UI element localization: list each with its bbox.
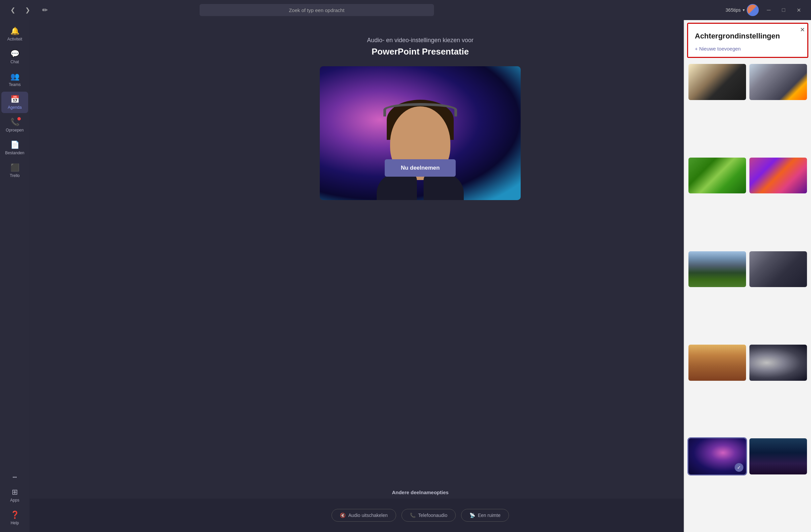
sidebar-item-apps[interactable]: ⊞ Apps	[1, 485, 28, 506]
bg-option-classroom[interactable]	[688, 64, 746, 100]
account-badge[interactable]: 365tips ▾	[725, 4, 759, 16]
shoulder-right	[424, 173, 464, 200]
audio-off-button[interactable]: 🔇 Audio uitschakelen	[332, 509, 396, 522]
minimize-button[interactable]: ─	[763, 5, 774, 15]
phone-audio-button[interactable]: 📞 Telefoonaudio	[401, 509, 456, 522]
close-button[interactable]: ✕	[793, 5, 804, 15]
video-background	[320, 66, 521, 200]
shoulder-left	[377, 173, 417, 200]
sidebar-label-help: Help	[11, 521, 19, 525]
bg-option-planet[interactable]	[749, 438, 807, 474]
main-layout: 🔔 Activiteit 💬 Chat 👥 Teams 📅 Agenda 📞 O…	[0, 20, 811, 532]
room-label: Een ruimte	[478, 513, 501, 518]
compose-icon[interactable]: ✏	[39, 4, 51, 16]
content-area: Audio- en video-instellingen kiezen voor…	[29, 20, 811, 532]
sidebar-label-oproepen: Oproepen	[6, 128, 24, 132]
apps-icon: ⊞	[12, 488, 18, 497]
sidebar-item-bestanden[interactable]: 📄 Bestanden	[1, 137, 28, 159]
sidebar-label-activiteit: Activiteit	[7, 37, 22, 42]
bg-option-space[interactable]	[749, 345, 807, 381]
audio-off-label: Audio uitschakelen	[348, 513, 388, 518]
background-grid: ✓	[685, 61, 811, 532]
nav-buttons: ❮ ❯	[7, 4, 33, 16]
help-icon: ❓	[10, 511, 19, 519]
forward-button[interactable]: ❯	[21, 4, 33, 16]
room-icon: 📡	[470, 513, 475, 518]
phone-audio-icon: 📞	[410, 513, 415, 518]
notification-dot	[17, 117, 21, 121]
mute-icon: 🔇	[340, 513, 346, 518]
bg-option-minecraft2[interactable]	[749, 158, 807, 194]
sidebar-label-teams: Teams	[9, 82, 20, 87]
back-button[interactable]: ❮	[7, 4, 19, 16]
teams-icon: 👥	[10, 72, 19, 81]
add-icon: + Nieuwe toevoegen	[695, 46, 741, 51]
panel-header: Achtergrondinstellingen ✕ + Nieuwe toevo…	[687, 23, 808, 58]
other-options-label: Andere deelnameopties	[392, 489, 448, 495]
titlebar-right: 365tips ▾ ─ □ ✕	[725, 4, 804, 16]
sidebar-item-chat[interactable]: 💬 Chat	[1, 46, 28, 67]
titlebar: ❮ ❯ ✏ Zoek of typ een opdracht 365tips ▾…	[0, 0, 811, 20]
bg-option-minecraft1[interactable]	[688, 158, 746, 194]
room-button[interactable]: 📡 Een ruimte	[461, 509, 509, 522]
phone-icon: 📞	[10, 118, 19, 126]
sidebar-item-agenda[interactable]: 📅 Agenda	[1, 92, 28, 113]
meeting-title: PowerPoint Presentatie	[367, 47, 473, 57]
sidebar-item-oproepen[interactable]: 📞 Oproepen	[1, 114, 28, 136]
maximize-button[interactable]: □	[779, 5, 789, 15]
sidebar-label-agenda: Agenda	[8, 105, 21, 110]
search-placeholder: Zoek of typ een opdracht	[289, 7, 345, 13]
panel-close-button[interactable]: ✕	[800, 26, 805, 33]
add-new-button[interactable]: + Nieuwe toevoegen	[695, 46, 801, 51]
bell-icon: 🔔	[10, 27, 19, 35]
files-icon: 📄	[10, 141, 19, 149]
sidebar-item-teams[interactable]: 👥 Teams	[1, 69, 28, 90]
sidebar-bottom: ••• ⊞ Apps ❓ Help	[1, 472, 28, 529]
chevron-down-icon: ▾	[743, 8, 745, 12]
sidebar-label-bestanden: Bestanden	[5, 151, 24, 155]
background-settings-panel: Achtergrondinstellingen ✕ + Nieuwe toevo…	[684, 20, 811, 532]
person-preview	[377, 100, 464, 200]
calendar-icon: 📅	[10, 95, 19, 104]
trello-icon: ⬛	[10, 163, 19, 172]
more-icon: •••	[13, 475, 17, 480]
sidebar-label-apps: Apps	[10, 498, 19, 503]
sidebar-item-help[interactable]: ❓ Help	[1, 507, 28, 529]
join-button-overlay: Nu deelnemen	[385, 159, 456, 177]
search-bar[interactable]: Zoek of typ een opdracht	[200, 4, 434, 16]
meeting-title-area: Audio- en video-instellingen kiezen voor…	[367, 37, 473, 57]
join-button[interactable]: Nu deelnemen	[385, 159, 456, 177]
bg-option-galaxy[interactable]: ✓	[688, 438, 746, 474]
video-preview: Nu deelnemen	[320, 66, 521, 200]
bg-option-scifi[interactable]	[749, 251, 807, 287]
bg-option-office[interactable]	[749, 64, 807, 100]
sidebar-item-trello[interactable]: ⬛ Trello	[1, 160, 28, 181]
bg-option-archway[interactable]	[688, 345, 746, 381]
sidebar-label-trello: Trello	[10, 173, 20, 178]
sidebar: 🔔 Activiteit 💬 Chat 👥 Teams 📅 Agenda 📞 O…	[0, 20, 29, 532]
bg-option-mountains[interactable]	[688, 251, 746, 287]
chat-icon: 💬	[10, 49, 19, 58]
options-row: 🔇 Audio uitschakelen 📞 Telefoonaudio 📡 E…	[332, 509, 509, 522]
account-name: 365tips	[725, 7, 741, 13]
meeting-subtitle: Audio- en video-instellingen kiezen voor	[367, 37, 473, 44]
selected-checkmark: ✓	[735, 463, 744, 472]
panel-title: Achtergrondinstellingen	[695, 32, 801, 41]
avatar	[747, 4, 759, 16]
sidebar-label-chat: Chat	[10, 60, 19, 64]
phone-audio-label: Telefoonaudio	[418, 513, 447, 518]
sidebar-item-more[interactable]: •••	[1, 472, 28, 483]
headphones	[383, 103, 457, 116]
sidebar-item-activiteit[interactable]: 🔔 Activiteit	[1, 24, 28, 45]
